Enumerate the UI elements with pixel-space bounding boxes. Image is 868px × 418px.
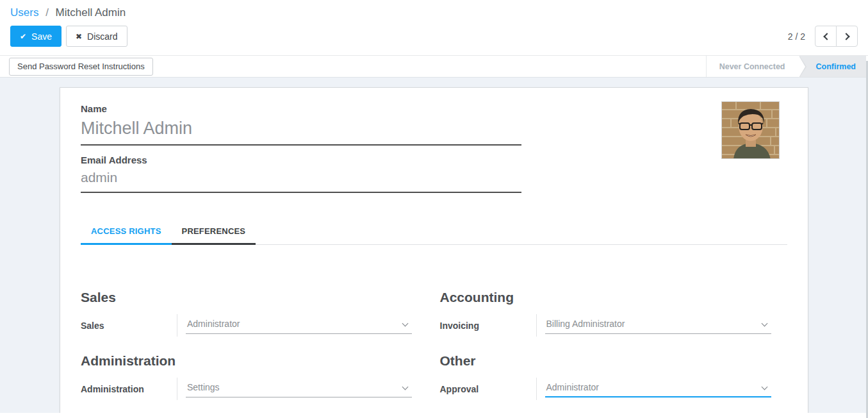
notebook-tabs: ACCESS RIGHTS PREFERENCES (81, 217, 787, 245)
discard-button-label: Discard (87, 31, 117, 42)
chevron-down-icon (402, 384, 409, 390)
administration-field-cell: Settings (177, 378, 412, 400)
administration-select-value: Settings (187, 382, 220, 392)
pager-count: 2 / 2 (788, 31, 805, 42)
chevron-down-icon (761, 384, 767, 390)
group-accounting: Accounting Invoicing Billing Administrat… (440, 290, 788, 337)
chevron-down-icon (402, 321, 409, 327)
pager-buttons (815, 26, 858, 47)
administration-field-label: Administration (81, 384, 177, 394)
statusbar-steps: Never Connected Confirmed (706, 56, 866, 77)
approval-field-label: Approval (440, 384, 536, 394)
chevron-left-icon (823, 33, 830, 40)
group-sales-title: Sales (81, 290, 429, 305)
discard-button[interactable]: ✖ Discard (66, 26, 127, 47)
pager: 2 / 2 (788, 26, 858, 47)
user-photo-illustration (722, 102, 780, 159)
sales-field-row: Sales Administrator (81, 314, 429, 337)
form-sheet: Name Email Address (60, 87, 808, 413)
administration-field-row: Administration Settings (81, 378, 429, 400)
breadcrumb-current: Mitchell Admin (56, 6, 126, 19)
button-row: ✔ Save ✖ Discard 2 / 2 (0, 21, 868, 55)
save-button[interactable]: ✔ Save (10, 26, 61, 47)
control-panel: Users / Mitchell Admin ✔ Save ✖ Discard … (0, 0, 868, 55)
group-administration-title: Administration (81, 353, 429, 369)
chevron-down-icon (761, 321, 767, 327)
pager-next-button[interactable] (836, 26, 858, 47)
check-icon: ✔ (20, 33, 26, 40)
group-accounting-title: Accounting (440, 290, 788, 305)
email-field[interactable] (81, 165, 521, 193)
invoicing-field-row: Invoicing Billing Administrator (440, 314, 788, 337)
sales-select-value: Administrator (187, 319, 240, 329)
status-step-confirmed[interactable]: Confirmed (799, 56, 867, 77)
content-area: Name Email Address (0, 77, 868, 413)
administration-select[interactable]: Settings (186, 380, 412, 397)
approval-field-row: Approval Administrator (440, 378, 788, 400)
chevron-right-icon (842, 33, 849, 40)
email-field-group: Email Address (81, 155, 521, 193)
sales-field-cell: Administrator (177, 314, 412, 337)
approval-select-value: Administrator (546, 382, 599, 392)
breadcrumb-separator: / (45, 6, 49, 19)
name-field-group: Name (81, 103, 521, 146)
x-icon: ✖ (76, 33, 82, 40)
record-buttons: ✔ Save ✖ Discard (10, 26, 127, 47)
breadcrumb: Users / Mitchell Admin (0, 0, 868, 21)
approval-field-cell: Administrator (536, 378, 771, 400)
save-button-label: Save (31, 31, 52, 42)
tab-preferences[interactable]: PREFERENCES (172, 217, 256, 245)
pager-previous-button[interactable] (815, 26, 837, 47)
status-step-never-connected[interactable]: Never Connected (707, 56, 799, 77)
invoicing-select-value: Billing Administrator (546, 319, 625, 329)
group-other-title: Other (440, 353, 788, 369)
sales-field-label: Sales (81, 321, 177, 331)
email-label: Email Address (81, 155, 521, 165)
tab-access-rights[interactable]: ACCESS RIGHTS (81, 217, 172, 245)
send-password-reset-button[interactable]: Send Password Reset Instructions (9, 58, 153, 76)
avatar[interactable] (721, 101, 780, 159)
approval-select[interactable]: Administrator (545, 380, 771, 397)
invoicing-field-cell: Billing Administrator (536, 314, 771, 337)
group-other: Other Approval Administrator (440, 353, 788, 400)
invoicing-select[interactable]: Billing Administrator (545, 317, 771, 334)
invoicing-field-label: Invoicing (440, 321, 536, 331)
statusbar-actions: Send Password Reset Instructions (0, 56, 162, 77)
access-rights-panel: Sales Sales Administrator Accounting Inv… (81, 290, 787, 400)
form-statusbar: Send Password Reset Instructions Never C… (0, 55, 868, 77)
name-label: Name (81, 103, 521, 114)
group-sales: Sales Sales Administrator (81, 290, 429, 337)
sales-select[interactable]: Administrator (186, 317, 412, 334)
name-input[interactable] (81, 114, 521, 146)
breadcrumb-link-users[interactable]: Users (10, 6, 38, 19)
group-administration: Administration Administration Settings (81, 353, 429, 400)
